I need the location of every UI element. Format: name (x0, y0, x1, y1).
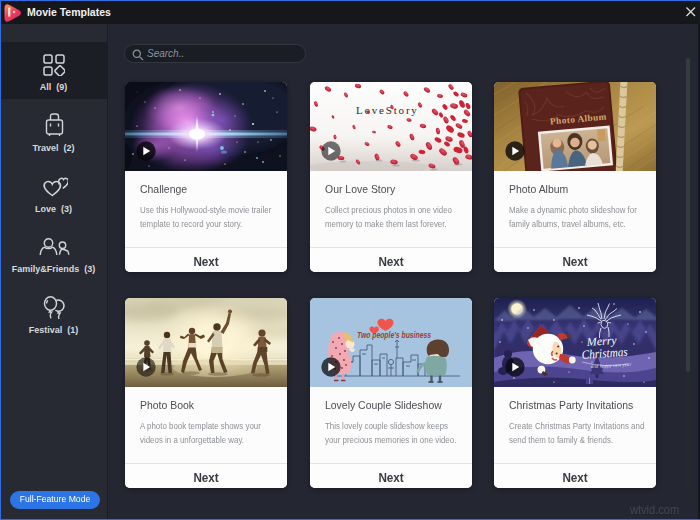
svg-text:Two people's business: Two people's business (357, 331, 431, 340)
svg-text:LoveStory: LoveStory (356, 104, 419, 116)
